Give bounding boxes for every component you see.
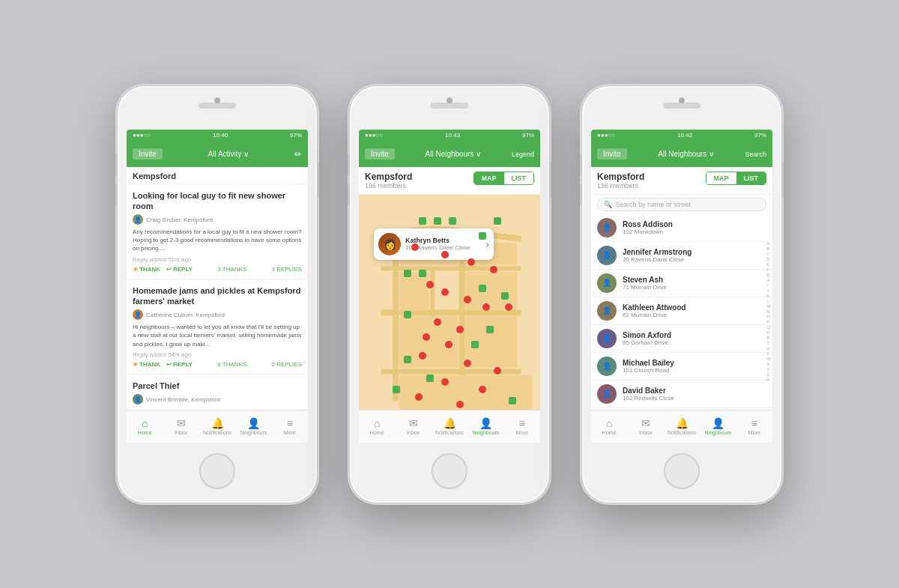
neighbour-avatar-1: 👤 xyxy=(597,246,617,265)
list-header: Kempsford 196 members MAP LIST xyxy=(591,167,772,195)
reply-btn-2[interactable]: ↩ REPLY xyxy=(166,361,193,368)
map-dot-green-11 xyxy=(486,326,494,333)
tab-bar-1: ⌂ Home ✉ Inbox 🔔 Notifications 👤 Neighbo… xyxy=(127,410,308,443)
popup-name: Kathryn Betts xyxy=(405,237,481,244)
tab-inbox-label-1: Inbox xyxy=(175,430,187,435)
more-icon-1: ≡ xyxy=(287,417,293,429)
tab-home-1[interactable]: ⌂ Home xyxy=(127,410,163,443)
neighbour-item-5[interactable]: 👤 Michael Bailey 101 Church Road xyxy=(591,353,772,381)
time-1: 10:40 xyxy=(213,132,228,139)
list-toggle: MAP LIST xyxy=(706,172,767,185)
thank-btn-2[interactable]: ★ THANK xyxy=(133,361,160,368)
map-dot-green-3 xyxy=(449,217,456,225)
phone-3: ●●●○○ 10:42 97% Invite All Neighbours ∨ … xyxy=(581,85,783,504)
map-dot-green-13 xyxy=(404,356,411,363)
tab-more-3[interactable]: ≡ More xyxy=(736,410,772,443)
map-area[interactable]: 👩 Kathryn Betts 102 Ravens Dane Close › xyxy=(359,195,540,410)
tab-home-2[interactable]: ⌂ Home xyxy=(359,410,395,443)
tab-neighbours-2[interactable]: 👤 Neighbours xyxy=(467,410,503,443)
map-dot-red-17 xyxy=(441,378,449,386)
tab-home-label-1: Home xyxy=(138,430,152,435)
author-avatar-2: 👤 xyxy=(133,309,143,320)
vol-buttons-2 xyxy=(348,154,350,206)
reply-btn-1[interactable]: ↩ REPLY xyxy=(166,266,193,273)
notifications-icon-3: 🔔 xyxy=(676,417,688,429)
popup-arrow-icon[interactable]: › xyxy=(485,238,489,250)
tab-home-3[interactable]: ⌂ Home xyxy=(591,410,627,443)
list-btn[interactable]: LIST xyxy=(504,172,534,184)
content-3: Kempsford 196 members MAP LIST 🔍 Search … xyxy=(591,167,772,410)
map-dot-red-12 xyxy=(423,333,430,341)
neighbour-item-0[interactable]: 👤 Ross Addison 102 Monkdown xyxy=(591,214,772,242)
screen-2: ●●●○○ 10:43 97% Invite All Neighbours ∨ … xyxy=(359,130,540,443)
feed-post-2[interactable]: Homemade jams and pickles at Kempsford f… xyxy=(127,279,308,375)
more-icon-3: ≡ xyxy=(751,417,757,429)
feed-post-1[interactable]: Looking for local guy to fit new shower … xyxy=(127,184,308,279)
tab-neighbours-label-2: Neighbours xyxy=(473,430,500,435)
map-svg xyxy=(359,195,540,410)
nav-title-1[interactable]: All Activity ∨ xyxy=(167,150,290,158)
post-actions-1: ★ THANK ↩ REPLY 3 THANKS 3 REPLIES xyxy=(133,266,302,273)
inbox-icon-1: ✉ xyxy=(177,417,186,429)
svg-rect-2 xyxy=(399,272,429,309)
neighbour-item-6[interactable]: 👤 David Baker 102 Redsells Close xyxy=(591,381,772,408)
neighbour-item-1[interactable]: 👤 Jennifer Armstrong 30 Ravens Dane Clos… xyxy=(591,242,772,270)
map-btn[interactable]: MAP xyxy=(474,172,504,184)
map-dot-red-9 xyxy=(505,303,512,311)
nav-bar-2: Invite All Neighbours ∨ Legend xyxy=(359,142,540,167)
tab-neighbours-3[interactable]: 👤 Neighbours xyxy=(700,410,736,443)
signal-3: ●●●○○ xyxy=(597,132,615,139)
neighbour-avatar-5: 👤 xyxy=(597,357,617,376)
feed-post-3[interactable]: Parcel Thief 👤 Vincent Brimble, Kempsfor… xyxy=(127,375,308,410)
search-bar[interactable]: 🔍 Search by name or street xyxy=(597,198,766,211)
tab-neighbours-1[interactable]: 👤 Neighbours xyxy=(235,410,271,443)
time-2: 10:43 xyxy=(445,132,460,139)
tab-inbox-2[interactable]: ✉ Inbox xyxy=(395,410,431,443)
map-btn-3[interactable]: MAP xyxy=(706,172,736,184)
tab-inbox-1[interactable]: ✉ Inbox xyxy=(163,410,199,443)
list-btn-3[interactable]: LIST xyxy=(736,172,766,184)
post-body-2: Hi neighbours – wanted to let you all kn… xyxy=(133,323,302,348)
phone-1: ●●●○○ 10:40 97% Invite All Activity ∨ ✏ … xyxy=(116,85,318,504)
tab-more-2[interactable]: ≡ More xyxy=(504,410,540,443)
nav-title-3[interactable]: All Neighbours ∨ xyxy=(632,150,741,158)
notifications-icon-2: 🔔 xyxy=(444,417,456,429)
thank-btn-1[interactable]: ★ THANK xyxy=(133,266,160,273)
neighbour-item-3[interactable]: 👤 Kathleen Attwood 62 Murrain Drive xyxy=(591,297,772,325)
map-dot-green-5 xyxy=(494,217,501,225)
map-dot-red-6 xyxy=(441,288,449,296)
author-avatar-3: 👤 xyxy=(133,394,143,404)
search-nav-btn[interactable]: Search xyxy=(745,151,766,158)
neighbour-item-4[interactable]: 👤 Simon Axford 65 Gorham Drive xyxy=(591,325,772,353)
tab-notifications-2[interactable]: 🔔 Notifications xyxy=(432,410,467,443)
invite-btn-1[interactable]: Invite xyxy=(133,148,163,160)
side-button-1 xyxy=(317,161,319,198)
map-dot-green-12 xyxy=(471,341,479,348)
edit-icon-1[interactable]: ✏ xyxy=(294,149,302,160)
neighbour-avatar-4: 👤 xyxy=(597,329,617,348)
invite-btn-3[interactable]: Invite xyxy=(597,148,627,160)
neighbour-item-2[interactable]: 👤 Steven Ash 71 Murrain Drive xyxy=(591,270,772,297)
map-dot-green-10 xyxy=(404,311,411,318)
map-dot-red-2 xyxy=(441,251,449,258)
invite-btn-2[interactable]: Invite xyxy=(365,148,395,160)
tab-home-label-3: Home xyxy=(602,430,617,435)
author-avatar-1: 👤 xyxy=(133,214,143,225)
map-dot-red-3 xyxy=(467,258,475,266)
nav-title-2[interactable]: All Neighbours ∨ xyxy=(399,150,507,158)
nav-bar-3: Invite All Neighbours ∨ Search xyxy=(591,142,772,167)
neighbour-addr-0: 102 Monkdown xyxy=(623,228,673,235)
phone-2: ●●●○○ 10:43 97% Invite All Neighbours ∨ … xyxy=(348,85,551,504)
tab-more-1[interactable]: ≡ More xyxy=(272,410,308,443)
signal-2: ●●●○○ xyxy=(365,132,383,139)
author-name-2: Catherine Cullum, Kempsford xyxy=(146,312,225,318)
tab-notifications-1[interactable]: 🔔 Notifications xyxy=(199,410,235,443)
legend-btn[interactable]: Legend xyxy=(512,151,534,158)
phones-container: ●●●○○ 10:40 97% Invite All Activity ∨ ✏ … xyxy=(116,85,783,504)
tab-notifications-label-3: Notifications xyxy=(668,430,696,435)
tab-inbox-3[interactable]: ✉ Inbox xyxy=(627,410,663,443)
map-dot-red-10 xyxy=(434,318,441,326)
tab-bar-2: ⌂ Home ✉ Inbox 🔔 Notifications 👤 Neighbo… xyxy=(359,410,540,443)
map-popup[interactable]: 👩 Kathryn Betts 102 Ravens Dane Close › xyxy=(374,228,494,260)
tab-notifications-3[interactable]: 🔔 Notifications xyxy=(664,410,700,443)
